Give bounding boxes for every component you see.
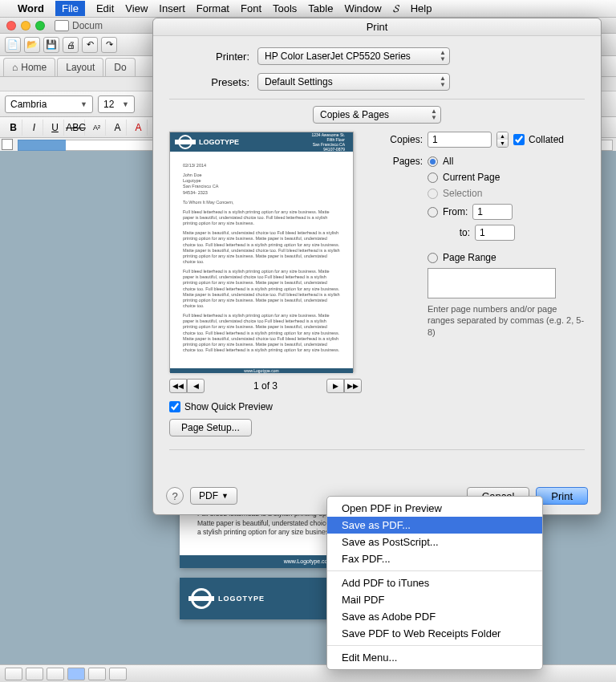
presets-label: Presets:: [169, 76, 249, 88]
menu-add-to-itunes[interactable]: Add PDF to iTunes: [327, 574, 542, 591]
pdf-menu-button[interactable]: PDF▼: [190, 487, 237, 505]
preview-footer: www.Logotype.com: [170, 368, 353, 373]
system-menubar: Word File Edit View Insert Format Font T…: [0, 0, 616, 18]
new-doc-button[interactable]: 📄: [5, 37, 21, 53]
pdf-dropdown-menu: Open PDF in Preview Save as PDF... Save …: [326, 496, 543, 670]
collated-checkbox[interactable]: Collated: [513, 134, 564, 145]
stepper-down-icon[interactable]: ▼: [497, 140, 508, 147]
superscript-button[interactable]: A²: [88, 120, 106, 136]
menu-separator: [327, 570, 542, 571]
page-range-label: Page Range: [443, 252, 496, 263]
radio-selection: [428, 189, 438, 199]
print-preview: LOGOTYPE 1234 Awesome St. Fifth Floor Sa…: [169, 132, 354, 372]
redo-button[interactable]: ↷: [101, 37, 117, 53]
radio-from[interactable]: [428, 207, 438, 217]
show-preview-checkbox[interactable]: Show Quick Preview: [169, 401, 362, 412]
chevron-down-icon: ▼: [221, 492, 229, 500]
bold-button[interactable]: B: [5, 120, 22, 136]
traffic-minimize-icon[interactable]: [21, 21, 30, 30]
last-page-button[interactable]: ▶▶: [344, 379, 362, 393]
help-button[interactable]: ?: [166, 487, 184, 505]
menu-font[interactable]: Font: [241, 2, 261, 14]
menu-edit[interactable]: Edit: [96, 2, 114, 14]
font-size-select[interactable]: 12▼: [98, 95, 135, 113]
view-print-layout-button[interactable]: [67, 668, 85, 680]
tab-layout[interactable]: Layout: [57, 58, 103, 76]
menu-tools[interactable]: Tools: [273, 2, 297, 14]
menu-table[interactable]: Table: [308, 2, 333, 14]
menu-script-icon[interactable]: 𝓢: [393, 2, 399, 15]
page-range-hint: Enter page numbers and/or page ranges se…: [428, 303, 585, 338]
divider: [169, 99, 585, 99]
view-focus-button[interactable]: [109, 668, 127, 680]
radio-page-range[interactable]: [428, 253, 438, 263]
view-notebook-button[interactable]: [88, 668, 106, 680]
print-button[interactable]: 🖨: [63, 37, 79, 53]
section-select[interactable]: Copies & Pages▲▼: [313, 106, 441, 124]
menu-fax-pdf[interactable]: Fax PDF...: [327, 550, 542, 567]
pages-label: Pages:: [378, 156, 423, 167]
copies-stepper[interactable]: ▲▼: [496, 132, 509, 148]
save-button[interactable]: 💾: [43, 37, 59, 53]
to-input[interactable]: [475, 225, 515, 241]
first-page-button[interactable]: ◀◀: [169, 379, 187, 393]
ruler-indent-marker[interactable]: [18, 140, 66, 151]
tab-home[interactable]: ⌂Home: [3, 58, 55, 76]
menu-open-pdf-preview[interactable]: Open PDF in Preview: [327, 500, 542, 517]
menu-help[interactable]: Help: [411, 2, 432, 14]
radio-all-label: All: [443, 156, 453, 167]
menu-save-as-postscript[interactable]: Save as PostScript...: [327, 534, 542, 550]
stepper-up-icon[interactable]: ▲: [497, 132, 508, 140]
menu-save-web-receipts[interactable]: Save PDF to Web Receipts Folder: [327, 625, 542, 642]
show-preview-input[interactable]: [169, 401, 180, 412]
next-page-button[interactable]: ▶: [326, 379, 344, 393]
page-range-input[interactable]: [428, 268, 556, 298]
highlight-button[interactable]: A: [109, 120, 127, 136]
menu-file[interactable]: File: [55, 1, 85, 16]
open-button[interactable]: 📂: [24, 37, 40, 53]
radio-current[interactable]: [428, 173, 438, 183]
menu-save-adobe-pdf[interactable]: Save as Adobe PDF: [327, 608, 542, 625]
menu-mail-pdf[interactable]: Mail PDF: [327, 591, 542, 608]
font-color-button[interactable]: A: [130, 120, 148, 136]
undo-button[interactable]: ↶: [82, 37, 98, 53]
document-title: Docum: [55, 20, 103, 31]
page-indicator: 1 of 3: [253, 380, 278, 392]
menu-separator: [327, 645, 542, 646]
prev-page-button[interactable]: ◀: [187, 379, 205, 393]
print-button[interactable]: Print: [536, 487, 588, 505]
page-setup-button[interactable]: Page Setup...: [169, 419, 252, 436]
strikethrough-button[interactable]: ABC: [67, 120, 85, 136]
menu-edit-menu[interactable]: Edit Menu...: [327, 649, 542, 666]
logo-text: LOGOTYPE: [218, 595, 265, 603]
traffic-zoom-icon[interactable]: [35, 21, 45, 30]
menu-insert[interactable]: Insert: [159, 2, 185, 14]
menu-window[interactable]: Window: [344, 2, 381, 14]
underline-button[interactable]: U: [47, 120, 64, 136]
tab-document[interactable]: Do: [105, 58, 135, 76]
divider: [169, 449, 585, 450]
tab-stop-icon[interactable]: [2, 139, 13, 150]
presets-select[interactable]: Default Settings▲▼: [257, 73, 450, 91]
preview-address: 1234 Awesome St. Fifth Floor San Francis…: [311, 132, 345, 152]
collated-input[interactable]: [513, 134, 525, 145]
from-input[interactable]: [472, 204, 513, 220]
preview-nav: ◀◀ ◀ 1 of 3 ▶ ▶▶: [169, 379, 362, 393]
menu-view[interactable]: View: [125, 2, 148, 14]
italic-button[interactable]: I: [26, 120, 43, 136]
traffic-close-icon[interactable]: [6, 21, 16, 30]
radio-selection-label: Selection: [443, 188, 482, 199]
radio-current-label: Current Page: [443, 172, 500, 183]
home-icon: ⌂: [12, 62, 18, 73]
radio-all[interactable]: [428, 156, 438, 167]
menu-save-as-pdf[interactable]: Save as PDF...: [327, 517, 542, 534]
copies-input[interactable]: [428, 132, 492, 148]
font-name-select[interactable]: Cambria▼: [5, 95, 93, 113]
app-name[interactable]: Word: [18, 2, 44, 14]
printer-select[interactable]: HP Color LaserJet CP5520 Series▲▼: [257, 47, 450, 65]
view-publishing-button[interactable]: [47, 668, 64, 680]
chevron-down-icon: ▼: [122, 100, 129, 108]
view-outline-button[interactable]: [26, 668, 43, 680]
view-draft-button[interactable]: [5, 668, 22, 680]
menu-format[interactable]: Format: [197, 2, 229, 14]
